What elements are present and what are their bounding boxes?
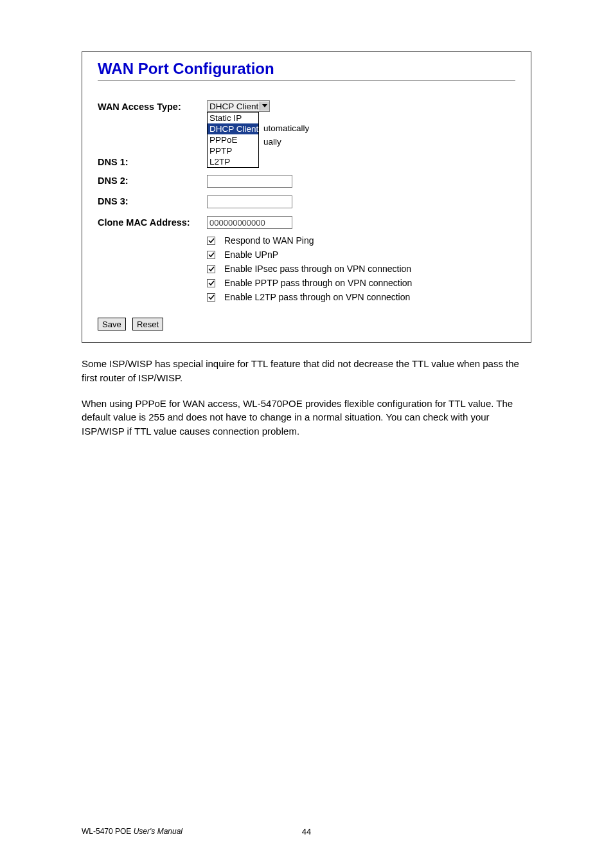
check-wan-ping: Respond to WAN Ping [207, 235, 515, 246]
check-label: Enable IPsec pass through on VPN connect… [224, 264, 411, 274]
check-label: Enable UPnP [224, 249, 278, 260]
wan-access-label: WAN Access Type: [98, 100, 207, 112]
check-l2tp: Enable L2TP pass through on VPN connecti… [207, 292, 515, 302]
dns3-row: DNS 3: [98, 195, 515, 208]
obscured-text: ually [263, 137, 281, 147]
dns1-label: DNS 1: [98, 156, 207, 167]
checkbox[interactable] [207, 293, 215, 302]
dns2-row: DNS 2: [98, 175, 515, 188]
checkbox[interactable] [207, 279, 215, 287]
save-button[interactable]: Save [98, 318, 126, 330]
dns3-label: DNS 3: [98, 195, 207, 206]
clone-mac-label: Clone MAC Address: [98, 216, 207, 228]
panel-title: WAN Port Configuration [98, 60, 515, 78]
dns2-label: DNS 2: [98, 175, 207, 186]
checkbox[interactable] [207, 251, 215, 259]
clone-mac-input[interactable] [207, 216, 292, 229]
checkbox[interactable] [207, 237, 215, 245]
footer-page-number: 44 [0, 827, 613, 836]
wan-access-select[interactable]: DHCP Client [207, 100, 270, 112]
obscured-text: utomatically [263, 123, 309, 133]
checkbox-group: Respond to WAN Ping Enable UPnP Enable I… [207, 235, 515, 302]
title-divider [98, 80, 515, 81]
check-label: Enable L2TP pass through on VPN connecti… [224, 292, 410, 302]
paragraph: Some ISP/WISP has special inquire for TT… [82, 357, 531, 385]
chevron-down-icon [260, 102, 269, 111]
button-row: Save Reset [98, 318, 515, 330]
check-ipsec: Enable IPsec pass through on VPN connect… [207, 264, 515, 274]
wan-config-panel: WAN Port Configuration WAN Access Type: … [82, 51, 531, 343]
body-text: Some ISP/WISP has special inquire for TT… [82, 357, 531, 439]
svg-marker-0 [262, 104, 267, 107]
wan-access-option[interactable]: DHCP Client [208, 123, 258, 134]
check-pptp: Enable PPTP pass through on VPN connecti… [207, 278, 515, 288]
check-label: Enable PPTP pass through on VPN connecti… [224, 278, 412, 288]
wan-access-dropdown[interactable]: Static IP DHCP Client PPPoE PPTP L2TP [207, 112, 259, 168]
wan-access-option[interactable]: Static IP [208, 113, 258, 123]
reset-button[interactable]: Reset [132, 318, 163, 330]
wan-access-option[interactable]: PPPoE [208, 134, 258, 145]
check-upnp: Enable UPnP [207, 249, 515, 260]
wan-access-option[interactable]: L2TP [208, 156, 258, 167]
clone-mac-row: Clone MAC Address: Respond to WAN Ping E… [98, 216, 515, 306]
wan-access-selected: DHCP Client [209, 102, 260, 111]
check-label: Respond to WAN Ping [224, 235, 314, 246]
dns2-input[interactable] [207, 175, 292, 188]
dns3-input[interactable] [207, 195, 292, 208]
checkbox[interactable] [207, 265, 215, 273]
page-footer: WL-5470 POE User's Manual 44 [0, 827, 613, 836]
paragraph: When using PPPoE for WAN access, WL-5470… [82, 397, 531, 439]
wan-access-row: WAN Access Type: DHCP Client Static IP D… [98, 100, 515, 163]
wan-access-option[interactable]: PPTP [208, 145, 258, 156]
